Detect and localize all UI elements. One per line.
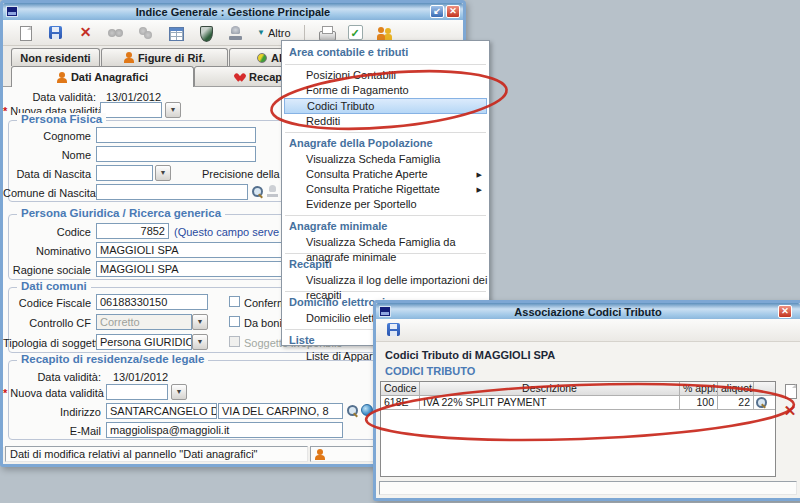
albi-icon [257,53,267,63]
menu-item-consulta-pratiche-rigettate[interactable]: Consulta Pratiche Rigettate▶ [282,182,489,197]
tipologia-select[interactable]: Persona GIURIDICA [96,334,192,350]
nuova-data-input[interactable] [100,102,162,118]
menu-item-forme-di-pagamento[interactable]: Forme di Pagamento [282,83,489,98]
codice-fiscale-input[interactable]: 06188330150 [96,294,208,310]
codice-input[interactable]: 7852 [96,223,169,239]
data-nascita-dropdown[interactable]: ▼ [155,165,171,181]
submenu-arrow-icon: ▶ [477,167,482,182]
indirizzo-comune-input[interactable]: SANTARCANGELO DI ROMAGNA [106,403,217,419]
app-logo-icon [379,306,391,317]
assoc-body: Codici Tributo di MAGGIOLI SPA CODICI TR… [376,319,800,498]
data-validita-label: Data validità: [3,91,96,103]
search-icon[interactable] [251,185,264,198]
comune-nascita-input[interactable] [96,184,248,200]
close-button[interactable]: ✕ [446,5,460,18]
nuova-data-dropdown[interactable]: ▼ [165,102,181,118]
menu-item-codici-tributo[interactable]: Codici Tributo [284,98,487,114]
nuova-data2-dropdown[interactable]: ▼ [171,384,187,400]
assoc-titlebar: Associazione Codici Tributo ✕ [376,303,800,320]
soggetto-checkbox[interactable] [229,336,240,347]
tab-non-residenti[interactable]: Non residenti [11,48,100,66]
row-search-icon[interactable] [755,396,767,408]
controllo-cf-dropdown[interactable]: ▼ [192,314,208,330]
email-input[interactable]: maggiolispa@maggioli.it [106,422,343,438]
confirm-icon[interactable]: ✓ [348,25,363,40]
search-binoculars-icon[interactable] [107,25,124,41]
menu-item-consulta-pratiche-aperte[interactable]: Consulta Pratiche Aperte▶ [282,167,489,182]
chevron-down-icon: ▼ [257,28,265,37]
assoc-window: Associazione Codici Tributo ✕ Codici Tri… [373,300,800,501]
assoc-subheading: CODICI TRIBUTO [385,365,475,377]
cognome-input[interactable] [96,127,256,143]
assoc-heading: Codici Tributo di MAGGIOLI SPA [385,349,555,361]
toolbar-separator [304,25,305,41]
table-row[interactable]: 618E IVA 22% SPLIT PAYMENT 100 22 [381,396,775,410]
save-icon[interactable] [47,25,64,41]
menu-item-evidenze-per-sportello[interactable]: Evidenze per Sportello [282,197,489,212]
person-icon [124,52,134,63]
menu-item-visualizza-scheda-famiglia[interactable]: Visualizza Scheda Famiglia [282,152,489,167]
data-nascita-input[interactable] [96,165,153,181]
confermato-checkbox[interactable] [229,296,240,307]
print-icon[interactable] [318,25,335,41]
controllo-cf-select[interactable]: Corretto [96,314,192,330]
menu-header: Anagrafe della Popolazione [282,136,489,152]
delete-icon[interactable]: ✕ [77,25,94,41]
user-icon [315,449,325,460]
menu-header: Anagrafe minimale [282,219,489,235]
assoc-window-title: Associazione Codici Tributo [376,306,800,318]
menu-item-posizioni-contabili[interactable]: Posizioni Contabili [282,68,489,83]
menu-item-redditi[interactable]: Redditi [282,114,489,129]
assoc-statusbar [379,481,797,495]
status-text: Dati di modifica relativi al pannello "D… [5,446,308,462]
comune-stamp-icon[interactable] [266,185,279,198]
table-header-row: Codice Descrizione % appl. aliquota [381,382,775,396]
restore-button[interactable]: ↙ [430,5,444,18]
tab-figure-di-rif[interactable]: Figure di Rif. [101,48,228,66]
globe-icon[interactable] [361,404,373,416]
person-icon [57,72,67,83]
menu-item-log-importazioni-recapiti[interactable]: Visualizza il log delle importazioni dei… [282,273,489,288]
close-button[interactable]: ✕ [778,305,792,318]
save-icon[interactable] [385,322,402,338]
main-window-title: Indice Generale : Gestione Principale [3,6,463,18]
assoc-toolbar [376,319,800,342]
main-titlebar: Indice Generale : Gestione Principale ↙ … [3,3,463,20]
add-row-icon[interactable] [782,383,799,399]
recapiti-icon [235,73,245,82]
app-logo-icon [6,6,18,17]
search-related-icon[interactable] [137,25,154,41]
new-icon[interactable] [17,25,34,41]
indirizzo-via-input[interactable]: VIA DEL CARPINO, 8 [218,403,343,419]
subjects-icon[interactable] [376,25,393,41]
menu-item-scheda-famiglia-anagrafe-minimale[interactable]: Visualizza Scheda Famiglia da anagrafe m… [282,235,489,250]
stamp-icon[interactable] [227,25,244,41]
da-bonificare-checkbox[interactable] [229,316,240,327]
table-view-icon[interactable] [167,25,184,41]
nuova-data2-label: * Nuova data validità [3,387,101,399]
menu-header: Area contabile e tributi [282,45,489,61]
submenu-arrow-icon: ▶ [477,182,482,197]
delete-row-icon[interactable]: ✕ [782,403,799,419]
search-icon[interactable] [346,404,359,417]
altro-menu-button[interactable]: ▼ Altro [257,27,291,39]
nuova-data2-input[interactable] [106,384,168,400]
tab-dati-anagrafici[interactable]: Dati Anagrafici [11,66,194,87]
nome-input[interactable] [96,146,256,162]
tipologia-dropdown[interactable]: ▼ [192,334,208,350]
shield-icon[interactable] [197,25,214,41]
codici-tributo-table: Codice Descrizione % appl. aliquota 618E… [380,381,776,477]
